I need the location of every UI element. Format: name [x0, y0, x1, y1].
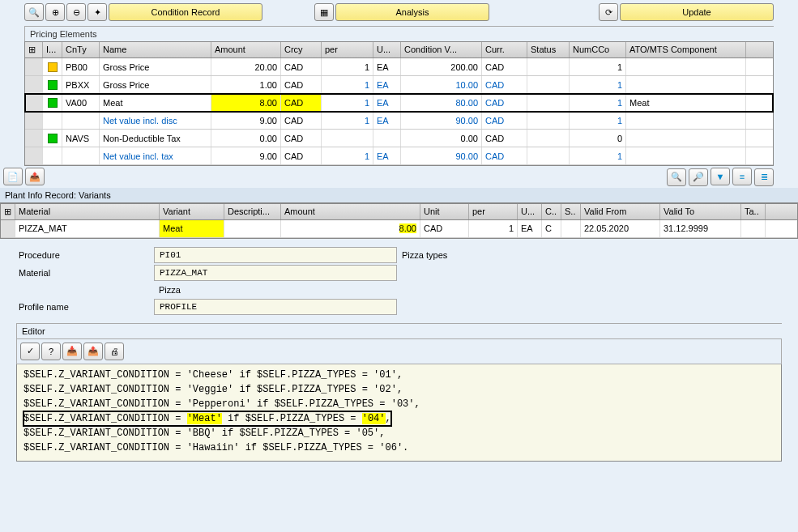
col-status2[interactable]: Status [527, 42, 570, 57]
v-amount: 8.00 [281, 220, 420, 237]
select-all-icon[interactable]: ⊞ [25, 42, 43, 57]
col-cnty[interactable]: CnTy [62, 42, 100, 57]
editor-line: $SELF.Z_VARIANT_CONDITION = 'Hawaiin' if… [23, 440, 775, 455]
update-button[interactable]: Update [620, 3, 774, 21]
variant-row[interactable]: PIZZA_MAT Meat 8.00 CAD 1 EA C 22.05.202… [1, 220, 797, 238]
v-desc [224, 220, 281, 237]
editor-toolbar: ✓ ? 📥 📤 🖨 [16, 338, 782, 364]
variant-title: Plant Info Record: Variants [0, 188, 798, 203]
ed-help-icon[interactable]: ? [41, 343, 61, 360]
procedure-label: Procedure [16, 248, 154, 262]
col-condv[interactable]: Condition V... [401, 42, 482, 57]
form-section: Procedure PI01 Pizza types Material PIZZ… [16, 247, 782, 315]
editor-title: Editor [16, 323, 782, 338]
v-per: 1 [469, 220, 518, 237]
col-crcy[interactable]: Crcy [281, 42, 322, 57]
vcol-unit[interactable]: Unit [420, 204, 469, 219]
col-curr[interactable]: Curr. [482, 42, 527, 57]
vcol-ta[interactable]: Ta.. [741, 204, 766, 219]
pricing-row[interactable]: Net value incl. tax 9.00 CAD 1 EA 90.00 … [25, 147, 773, 165]
variant-header: ⊞ Material Variant Descripti... Amount U… [1, 204, 797, 220]
col-per[interactable]: per [322, 42, 373, 57]
vcol-desc[interactable]: Descripti... [224, 204, 281, 219]
vcol-variant[interactable]: Variant [160, 204, 224, 219]
vsel[interactable]: ⊞ [1, 204, 15, 219]
vcol-material[interactable]: Material [15, 204, 160, 219]
col-status[interactable]: I... [43, 42, 62, 57]
col-name[interactable]: Name [100, 42, 211, 57]
editor-line: $SELF.Z_VARIANT_CONDITION = 'Pepperoni' … [23, 397, 775, 411]
sort-desc-icon[interactable]: ≣ [754, 168, 774, 186]
col-u[interactable]: U... [373, 42, 401, 57]
v-validfrom: 22.05.2020 [581, 220, 660, 237]
delete-icon[interactable]: ⊖ [66, 3, 86, 21]
editor-content[interactable]: $SELF.Z_VARIANT_CONDITION = 'Cheese' if … [16, 364, 782, 462]
find-icon[interactable]: 🔍 [24, 3, 44, 21]
pricing-table: ⊞ I... CnTy Name Amount Crcy per U... Co… [24, 41, 774, 166]
material-field[interactable]: PIZZA_MAT [154, 265, 397, 281]
vcol-c[interactable]: C.. [542, 204, 561, 219]
settings-icon[interactable]: ✦ [87, 3, 107, 21]
find2-icon[interactable]: 🔍 [667, 168, 686, 186]
procedure-field[interactable]: PI01 [154, 247, 397, 263]
display-icon[interactable]: 📄 [3, 168, 23, 185]
editor-line: $SELF.Z_VARIANT_CONDITION = 'BBQ' if $SE… [23, 426, 775, 440]
main-toolbar: 🔍 ⊕ ⊖ ✦ Condition Record ▦ Analysis ⟳ Up… [0, 0, 798, 24]
pricing-header: ⊞ I... CnTy Name Amount Crcy per U... Co… [25, 42, 773, 58]
editor-line: $SELF.Z_VARIANT_CONDITION = 'Cheese' if … [23, 368, 775, 382]
pricing-row[interactable]: VA00 Meat 8.00 CAD 1 EA 80.00 CAD 1 Meat [25, 94, 773, 112]
sort-asc-icon[interactable]: ≡ [732, 168, 752, 185]
v-variant: Meat [160, 220, 224, 237]
filter-icon[interactable]: ▼ [711, 168, 730, 185]
procedure-desc: Pizza types [397, 248, 640, 262]
vcol-vf[interactable]: Valid From [581, 204, 660, 219]
variant-table: ⊞ Material Variant Descripti... Amount U… [0, 203, 798, 239]
material-label: Material [16, 266, 154, 280]
refresh-icon[interactable]: ⟳ [599, 3, 618, 21]
editor-line: $SELF.Z_VARIANT_CONDITION = 'Meat' if $S… [23, 411, 391, 426]
variant-toolbar: 📄 📤 🔍 🔎 ▼ ≡ ≣ [0, 166, 798, 188]
vcol-vt[interactable]: Valid To [660, 204, 741, 219]
condition-record-button[interactable]: Condition Record [109, 3, 262, 21]
pricing-row[interactable]: NAVS Non-Deductible Tax 0.00 CAD 0.00 CA… [25, 130, 773, 147]
export-icon[interactable]: 📤 [25, 168, 45, 185]
ed-import-icon[interactable]: 📥 [62, 343, 82, 360]
insert-icon[interactable]: ⊕ [45, 3, 65, 21]
pricing-row[interactable]: PBXX Gross Price 1.00 CAD 1 EA 10.00 CAD… [25, 76, 773, 94]
vcol-s[interactable]: S.. [561, 204, 581, 219]
ed-check-icon[interactable]: ✓ [20, 343, 40, 360]
material-desc: Pizza [154, 283, 397, 297]
vcol-per[interactable]: per [469, 204, 518, 219]
v-material: PIZZA_MAT [15, 220, 160, 237]
v-validto: 31.12.9999 [660, 220, 741, 237]
v-unit: CAD [420, 220, 469, 237]
col-numcco[interactable]: NumCCo [570, 42, 626, 57]
v-u: EA [518, 220, 542, 237]
v-c: C [542, 220, 561, 237]
col-ato[interactable]: ATO/MTS Component [626, 42, 746, 57]
pricing-row[interactable]: PB00 Gross Price 20.00 CAD 1 EA 200.00 C… [25, 58, 773, 76]
v-ta [741, 220, 766, 237]
ed-export-icon[interactable]: 📤 [83, 343, 103, 360]
col-amount[interactable]: Amount [211, 42, 281, 57]
profile-field[interactable]: PROFILE [154, 299, 397, 315]
grid-icon[interactable]: ▦ [314, 3, 334, 21]
vcol-u[interactable]: U... [518, 204, 542, 219]
editor-line: $SELF.Z_VARIANT_CONDITION = 'Veggie' if … [23, 382, 775, 397]
ed-print-icon[interactable]: 🖨 [105, 343, 124, 360]
profile-label: Profile name [16, 300, 154, 314]
analysis-button[interactable]: Analysis [335, 3, 489, 21]
findnext-icon[interactable]: 🔎 [689, 168, 708, 186]
pricing-section-title: Pricing Elements [24, 26, 774, 41]
v-s [561, 220, 581, 237]
vcol-amount[interactable]: Amount [281, 204, 420, 219]
pricing-row[interactable]: Net value incl. disc 9.00 CAD 1 EA 90.00… [25, 112, 773, 130]
